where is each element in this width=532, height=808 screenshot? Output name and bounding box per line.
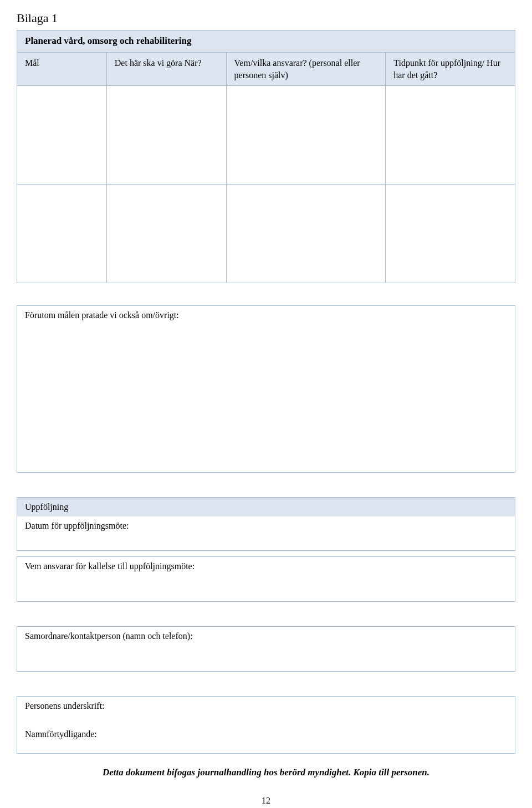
signature-box[interactable]: Personens underskrift: [17, 696, 515, 725]
followup-header: Uppföljning [17, 497, 515, 516]
plan-table-title: Planerad vård, omsorg och rehabilitering [17, 30, 515, 53]
cell-followup[interactable] [386, 86, 515, 185]
footer-note: Detta dokument bifogas journalhandling h… [17, 767, 515, 778]
cell-action[interactable] [106, 86, 226, 185]
coordinator-label: Samordnare/kontaktperson (namn och telef… [25, 631, 193, 641]
table-row [17, 185, 515, 283]
cell-goal[interactable] [17, 185, 107, 283]
coordinator-box[interactable]: Samordnare/kontaktperson (namn och telef… [17, 626, 515, 672]
cell-followup[interactable] [386, 185, 515, 283]
cell-responsible[interactable] [226, 86, 386, 185]
page-number: 12 [17, 796, 515, 806]
clarification-box[interactable]: Namnförtydligande: [17, 725, 515, 754]
appendix-label: Bilaga 1 [17, 11, 515, 25]
table-row [17, 86, 515, 185]
plan-header-followup: Tidpunkt för uppföljning/ Hur har det gå… [386, 52, 515, 85]
notes-box[interactable]: Förutom målen pratade vi också om/övrigt… [17, 305, 515, 473]
followup-date-label: Datum för uppföljningsmöte: [25, 521, 129, 530]
plan-header-action: Det här ska vi göra När? [106, 52, 226, 85]
cell-action[interactable] [106, 185, 226, 283]
followup-responsible-box[interactable]: Vem ansvarar för kallelse till uppföljni… [17, 556, 515, 602]
followup-responsible-label: Vem ansvarar för kallelse till uppföljni… [25, 561, 195, 571]
followup-date-box[interactable]: Datum för uppföljningsmöte: [17, 516, 515, 551]
plan-header-responsible: Vem/vilka ansvarar? (personal eller pers… [226, 52, 386, 85]
signature-label: Personens underskrift: [25, 701, 105, 710]
plan-header-goal: Mål [17, 52, 107, 85]
notes-label: Förutom målen pratade vi också om/övrigt… [25, 310, 179, 320]
clarification-label: Namnförtydligande: [25, 729, 97, 739]
cell-goal[interactable] [17, 86, 107, 185]
cell-responsible[interactable] [226, 185, 386, 283]
plan-table: Planerad vård, omsorg och rehabilitering… [17, 30, 515, 283]
